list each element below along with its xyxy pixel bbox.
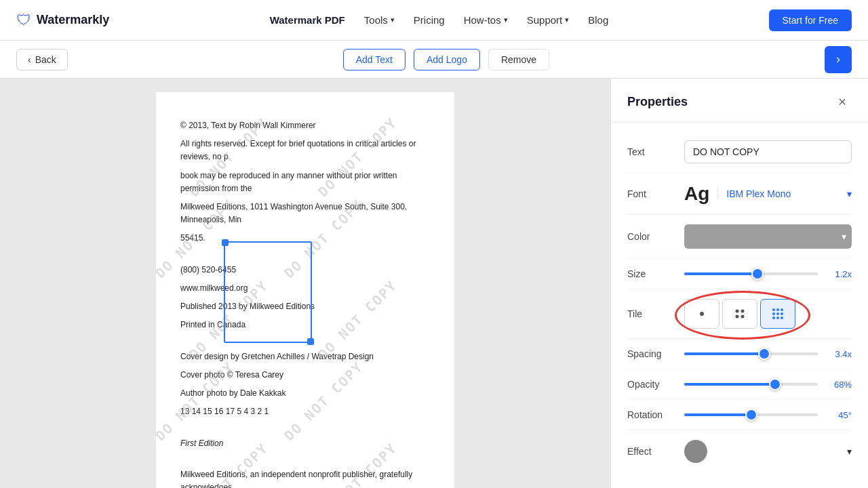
panel-close-button[interactable]: × <box>833 92 852 111</box>
size-value: 1.2x <box>826 269 852 279</box>
tile-row: Tile <box>627 289 852 339</box>
effect-arrow-icon[interactable]: ▾ <box>847 446 852 457</box>
rotation-value: 45° <box>826 410 852 420</box>
opacity-row: Opacity 68% <box>627 369 852 400</box>
nav-watermark-pdf[interactable]: Watermark PDF <box>270 14 345 26</box>
font-display: Ag IBM Plex Mono ▾ <box>684 183 852 205</box>
tile-quad-button[interactable] <box>722 299 757 329</box>
doc-line: First Edition <box>180 437 430 450</box>
svg-point-8 <box>772 312 775 315</box>
size-label: Size <box>627 268 676 279</box>
text-row: Text <box>627 131 852 174</box>
size-slider[interactable] <box>684 272 818 275</box>
navbar-right: Start for Free <box>769 9 852 31</box>
doc-line: © 2013, Text by Robin Wall Kimmerer <box>180 119 430 132</box>
font-dropdown-arrow-icon: ▾ <box>847 188 852 199</box>
navbar: 🛡 Watermarkly Watermark PDF Tools ▾ Pric… <box>0 0 868 41</box>
toolbar: ‹ Back Add Text Add Logo Remove › <box>0 41 868 79</box>
nav-next-button[interactable]: › <box>825 46 852 73</box>
font-dropdown[interactable]: IBM Plex Mono ▾ <box>717 188 852 199</box>
opacity-label: Opacity <box>627 379 676 390</box>
panel-title: Properties <box>627 95 688 109</box>
font-row: Font Ag IBM Plex Mono ▾ <box>627 174 852 215</box>
logo-icon: 🛡 <box>16 12 31 29</box>
doc-line: Published 2013 by Milkweed Editions <box>180 300 430 313</box>
doc-line: All rights reserved. Except for brief qu… <box>180 138 430 163</box>
tile-single-icon <box>696 308 708 320</box>
size-thumb[interactable] <box>751 268 764 280</box>
tile-single-button[interactable] <box>684 299 719 329</box>
opacity-slider[interactable] <box>684 383 818 386</box>
opacity-value: 68% <box>826 380 852 390</box>
tile-nine-button[interactable] <box>760 299 795 329</box>
brand-name: Watermarkly <box>37 13 109 27</box>
panel-header: Properties × <box>611 79 868 123</box>
doc-line: Printed in Canada <box>180 319 430 331</box>
opacity-thumb[interactable] <box>769 378 781 390</box>
spacing-thumb[interactable] <box>758 348 770 360</box>
text-input[interactable] <box>684 140 852 163</box>
color-swatch[interactable]: ▾ <box>684 224 852 249</box>
doc-line: Author photo by Dale Kakkak <box>180 387 430 400</box>
effect-label: Effect <box>627 446 676 457</box>
nav-tools[interactable]: Tools ▾ <box>364 14 395 26</box>
panel-body: Text Font Ag IBM Plex Mono ▾ Color <box>611 123 868 481</box>
color-content: ▾ <box>684 224 852 249</box>
rotation-slider[interactable] <box>684 413 818 416</box>
tile-quad-icon <box>734 308 746 320</box>
tile-nine-icon <box>771 307 785 321</box>
spacing-label: Spacing <box>627 348 676 359</box>
doc-area[interactable]: DO NOT COPY DO NOT COPY DO NOT COPY DO N… <box>0 79 610 488</box>
spacing-value: 3.4x <box>826 349 852 359</box>
remove-button[interactable]: Remove <box>488 49 549 70</box>
rotation-label: Rotation <box>627 409 676 420</box>
text-input-wrapper <box>684 140 852 163</box>
navbar-left: 🛡 Watermarkly <box>16 12 109 29</box>
svg-point-7 <box>781 308 783 311</box>
tile-label: Tile <box>627 308 676 319</box>
nav-how-tos[interactable]: How-tos ▾ <box>464 14 508 26</box>
spacing-slider[interactable] <box>684 352 818 355</box>
nav-pricing[interactable]: Pricing <box>414 14 445 26</box>
opacity-fill <box>684 383 775 386</box>
doc-line: Cover design by Gretchen Achilles / Wave… <box>180 350 430 363</box>
start-button[interactable]: Start for Free <box>769 9 852 31</box>
text-label: Text <box>627 146 676 157</box>
doc-line: Milkweed Editions, 1011 Washington Avenu… <box>180 201 430 226</box>
back-arrow-icon: ‹ <box>28 54 31 65</box>
font-preview: Ag <box>684 183 709 205</box>
svg-point-0 <box>700 312 704 316</box>
doc-line: 55415. <box>180 232 430 245</box>
add-logo-button[interactable]: Add Logo <box>414 49 480 70</box>
doc-line: Cover photo © Teresa Carey <box>180 369 430 382</box>
tools-arrow-icon: ▾ <box>391 16 395 24</box>
nav-blog[interactable]: Blog <box>588 14 608 26</box>
color-row: Color ▾ <box>627 215 852 259</box>
effect-circle[interactable] <box>684 440 707 463</box>
spacing-fill <box>684 352 764 355</box>
rotation-thumb[interactable] <box>745 409 757 421</box>
font-name: IBM Plex Mono <box>726 188 791 199</box>
doc-line: 13 14 15 16 17 5 4 3 2 1 <box>180 405 430 418</box>
spacing-row: Spacing 3.4x <box>627 339 852 369</box>
how-tos-arrow-icon: ▾ <box>504 16 508 24</box>
svg-point-5 <box>772 308 775 311</box>
back-button[interactable]: ‹ Back <box>16 49 68 70</box>
svg-point-4 <box>741 315 745 319</box>
svg-point-9 <box>776 312 779 315</box>
add-text-button[interactable]: Add Text <box>343 49 406 70</box>
size-fill <box>684 272 757 275</box>
doc-line: Milkweed Editions, an independent nonpro… <box>180 468 430 488</box>
tile-options <box>684 299 795 329</box>
nav-support[interactable]: Support ▾ <box>527 14 570 26</box>
svg-point-13 <box>781 317 783 319</box>
svg-point-6 <box>776 308 779 311</box>
doc-line: www.milkweed.org <box>180 282 430 295</box>
support-arrow-icon: ▾ <box>565 16 569 24</box>
properties-panel: Properties × Text Font Ag IBM Plex Mono … <box>610 79 868 488</box>
doc-page: DO NOT COPY DO NOT COPY DO NOT COPY DO N… <box>156 92 454 488</box>
svg-point-2 <box>741 310 745 313</box>
svg-point-10 <box>781 312 783 315</box>
doc-line: (800) 520-6455 <box>180 264 430 277</box>
svg-point-3 <box>736 315 739 319</box>
